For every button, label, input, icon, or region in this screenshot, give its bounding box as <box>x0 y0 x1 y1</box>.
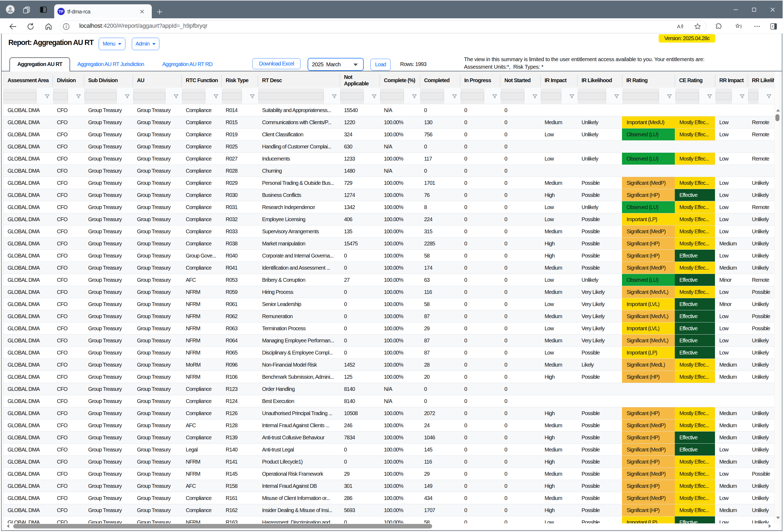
svg-text:A: A <box>677 24 680 29</box>
svg-text:TF: TF <box>58 9 63 14</box>
